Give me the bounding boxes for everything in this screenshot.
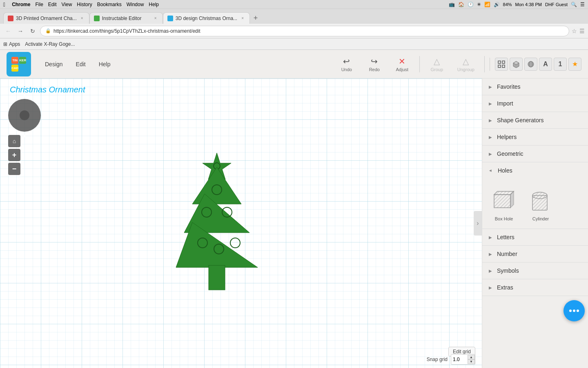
new-tab-btn[interactable]: +: [250, 12, 261, 24]
bookmarks-menu[interactable]: Bookmarks: [97, 2, 122, 7]
browser-tabs: 3D Printed Ornament Cha... × Instructabl…: [0, 9, 588, 24]
edit-menu-app[interactable]: Edit: [70, 58, 91, 70]
undo-btn[interactable]: ↩ Undo: [334, 54, 359, 74]
bookmark-link[interactable]: Activate X-Ray Goge...: [25, 41, 75, 47]
shape-box-hole[interactable]: Box Hole: [487, 184, 521, 224]
section-symbols-header[interactable]: ▶ Symbols: [482, 263, 588, 279]
reload-button[interactable]: ↻: [28, 26, 38, 36]
text-view-btn[interactable]: A: [539, 58, 552, 71]
tab2-close[interactable]: ×: [153, 16, 158, 21]
zoom-in-btn[interactable]: +: [8, 149, 20, 161]
geometric-title: Geometric: [497, 150, 523, 157]
zoom-controls: ⌂ + −: [8, 135, 41, 175]
pan-control[interactable]: ▲ ▼ ◀ ▶: [8, 99, 41, 132]
history-menu[interactable]: History: [77, 2, 92, 7]
tab3-close[interactable]: ×: [240, 16, 245, 21]
file-menu[interactable]: File: [35, 2, 43, 7]
notification-icon[interactable]: ☰: [580, 2, 585, 7]
letters-title: Letters: [497, 234, 514, 240]
box-view-btn[interactable]: [510, 58, 523, 71]
tab1-close[interactable]: ×: [79, 16, 85, 21]
tab-1[interactable]: 3D Printed Ornament Cha... ×: [3, 12, 89, 24]
section-helpers-header[interactable]: ▶ Helpers: [482, 129, 588, 145]
chat-dot-3: [577, 310, 579, 312]
pan-down[interactable]: ▼: [22, 132, 27, 139]
apps-bookmark[interactable]: ⊞ Apps: [3, 41, 20, 47]
sphere-view-btn[interactable]: [524, 58, 537, 71]
star-view-btn[interactable]: ★: [568, 58, 581, 71]
panel-collapse-toggle[interactable]: ›: [474, 211, 482, 236]
browser: 3D Printed Ornament Cha... × Instructabl…: [0, 9, 588, 368]
logo-br: [19, 65, 26, 72]
tab-3[interactable]: 3D design Christmas Orna... ×: [163, 12, 250, 24]
snap-decrement[interactable]: ▼: [468, 359, 475, 364]
screen-icon: 📺: [449, 2, 455, 7]
adjust-icon: ✕: [399, 56, 405, 66]
view-menu[interactable]: View: [62, 2, 72, 7]
wifi-icon: 📶: [484, 2, 490, 7]
home-view-btn[interactable]: ⌂: [8, 135, 20, 147]
favorites-title: Favorites: [497, 83, 521, 90]
section-geometric-header[interactable]: ▶ Geometric: [482, 146, 588, 162]
snap-increment[interactable]: ▲: [468, 355, 475, 359]
zoom-out-btn[interactable]: −: [8, 163, 20, 175]
pan-up[interactable]: ▲: [22, 92, 27, 98]
pan-right[interactable]: ▶: [44, 112, 48, 119]
volume-icon: 🔊: [494, 2, 500, 7]
snap-grid-input[interactable]: [451, 355, 468, 364]
help-menu[interactable]: Help: [149, 2, 159, 7]
apple-menu[interactable]: : [3, 1, 5, 8]
help-menu-app[interactable]: Help: [93, 58, 116, 70]
geometric-arrow: ▶: [489, 152, 492, 156]
logo-bl: CAD: [11, 65, 18, 72]
section-extras: ▶ Extras: [482, 279, 588, 296]
project-title[interactable]: Christmas Ornament: [10, 85, 85, 94]
section-favorites: ▶ Favorites: [482, 79, 588, 95]
ungroup-btn[interactable]: △ Ungroup: [452, 54, 479, 74]
browser-menu-btn[interactable]: ☰: [579, 28, 585, 34]
section-number-header[interactable]: ▶ Number: [482, 246, 588, 262]
chat-bubble-btn[interactable]: [564, 300, 585, 321]
tab2-label: Instructable Editor: [102, 16, 150, 21]
number-view-btn[interactable]: 1: [554, 58, 567, 71]
toolbar-separator: [419, 56, 420, 72]
browser-urlbar: ← → ↻ 🔒 https://tinkercad.com/things/5p1…: [0, 24, 588, 38]
tinkercad-toolbar: TIN KER CAD Design Edit Help ↩ Undo: [0, 50, 588, 79]
canvas-area[interactable]: Christmas Ornament ▲ ▼ ◀ ▶ ⌂: [0, 79, 482, 368]
forward-button[interactable]: →: [16, 26, 25, 36]
search-icon[interactable]: 🔍: [571, 2, 577, 7]
edit-menu[interactable]: Edit: [48, 2, 57, 7]
back-button[interactable]: ←: [3, 26, 13, 36]
bookmark-btn[interactable]: ☆: [572, 28, 577, 34]
section-letters: ▶ Letters: [482, 229, 588, 246]
section-holes-header[interactable]: ▼ Holes: [482, 162, 588, 179]
datetime: Mon 4:38 PM: [515, 2, 542, 7]
clock-icon: 🕐: [468, 2, 474, 7]
section-shape-generators-header[interactable]: ▶ Shape Generators: [482, 112, 588, 128]
import-title: Import: [497, 100, 513, 107]
svg-rect-3: [502, 65, 505, 67]
pan-left[interactable]: ◀: [1, 112, 5, 119]
tinkercad-logo[interactable]: TIN KER CAD: [7, 52, 31, 76]
design-menu[interactable]: Design: [39, 58, 69, 70]
view-buttons: A 1 ★: [490, 58, 581, 71]
section-favorites-header[interactable]: ▶ Favorites: [482, 79, 588, 95]
section-extras-header[interactable]: ▶ Extras: [482, 279, 588, 296]
shape-cylinder-hole[interactable]: Cylinder: [524, 184, 557, 224]
window-menu[interactable]: Window: [127, 2, 144, 7]
undo-label: Undo: [341, 67, 352, 72]
redo-btn[interactable]: ↪ Redo: [362, 54, 387, 74]
tab-2[interactable]: Instructable Editor ×: [89, 12, 163, 24]
holes-content: Box Hole: [482, 179, 588, 229]
group-btn[interactable]: △ Group: [425, 54, 449, 74]
section-letters-header[interactable]: ▶ Letters: [482, 229, 588, 245]
url-bar[interactable]: 🔒 https://tinkercad.com/things/5p1CpVThZ…: [40, 26, 569, 36]
chrome-menu[interactable]: Chrome: [12, 2, 30, 7]
section-import-header[interactable]: ▶ Import: [482, 95, 588, 112]
box-hole-thumb: [490, 186, 518, 215]
logo-tl: TIN: [11, 57, 18, 64]
svg-point-29: [532, 192, 547, 199]
apps-grid-icon: ⊞: [3, 41, 7, 47]
grid-view-btn[interactable]: [495, 58, 508, 71]
adjust-btn[interactable]: ✕ Adjust: [390, 54, 414, 74]
